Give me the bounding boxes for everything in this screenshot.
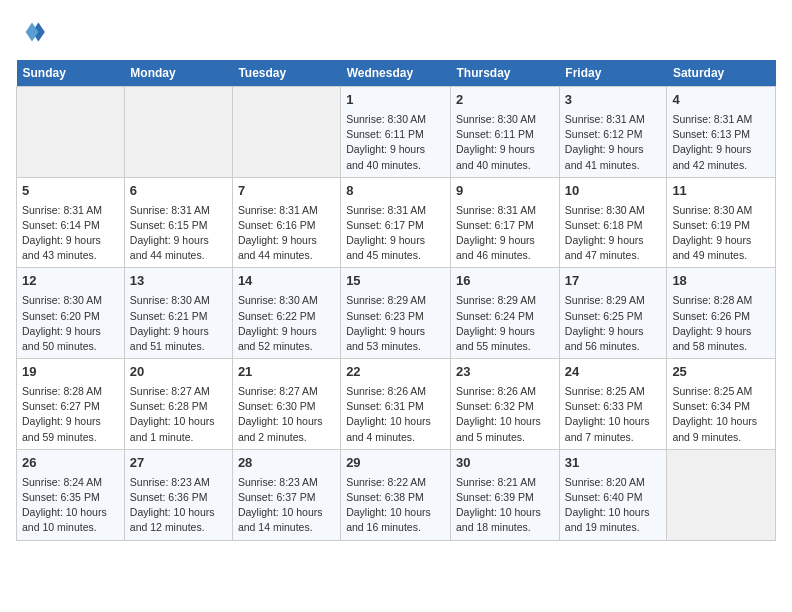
day-number: 3: [565, 91, 662, 110]
day-cell-29: 29Sunrise: 8:22 AM Sunset: 6:38 PM Dayli…: [341, 449, 451, 540]
day-content: Sunrise: 8:30 AM Sunset: 6:11 PM Dayligh…: [346, 112, 445, 173]
day-number: 1: [346, 91, 445, 110]
day-number: 14: [238, 272, 335, 291]
day-content: Sunrise: 8:31 AM Sunset: 6:13 PM Dayligh…: [672, 112, 770, 173]
day-cell-30: 30Sunrise: 8:21 AM Sunset: 6:39 PM Dayli…: [451, 449, 560, 540]
day-cell-3: 3Sunrise: 8:31 AM Sunset: 6:12 PM Daylig…: [559, 87, 667, 178]
day-cell-19: 19Sunrise: 8:28 AM Sunset: 6:27 PM Dayli…: [17, 359, 125, 450]
empty-cell: [17, 87, 125, 178]
page-header: [16, 16, 776, 48]
day-content: Sunrise: 8:28 AM Sunset: 6:27 PM Dayligh…: [22, 384, 119, 445]
calendar-table: SundayMondayTuesdayWednesdayThursdayFrid…: [16, 60, 776, 541]
day-number: 20: [130, 363, 227, 382]
day-cell-2: 2Sunrise: 8:30 AM Sunset: 6:11 PM Daylig…: [451, 87, 560, 178]
day-number: 29: [346, 454, 445, 473]
day-number: 21: [238, 363, 335, 382]
day-number: 18: [672, 272, 770, 291]
day-cell-5: 5Sunrise: 8:31 AM Sunset: 6:14 PM Daylig…: [17, 177, 125, 268]
day-cell-27: 27Sunrise: 8:23 AM Sunset: 6:36 PM Dayli…: [124, 449, 232, 540]
day-cell-10: 10Sunrise: 8:30 AM Sunset: 6:18 PM Dayli…: [559, 177, 667, 268]
day-content: Sunrise: 8:27 AM Sunset: 6:30 PM Dayligh…: [238, 384, 335, 445]
day-content: Sunrise: 8:25 AM Sunset: 6:33 PM Dayligh…: [565, 384, 662, 445]
week-row-5: 26Sunrise: 8:24 AM Sunset: 6:35 PM Dayli…: [17, 449, 776, 540]
col-header-tuesday: Tuesday: [232, 60, 340, 87]
day-content: Sunrise: 8:30 AM Sunset: 6:21 PM Dayligh…: [130, 293, 227, 354]
day-cell-9: 9Sunrise: 8:31 AM Sunset: 6:17 PM Daylig…: [451, 177, 560, 268]
day-cell-1: 1Sunrise: 8:30 AM Sunset: 6:11 PM Daylig…: [341, 87, 451, 178]
day-number: 17: [565, 272, 662, 291]
week-row-1: 1Sunrise: 8:30 AM Sunset: 6:11 PM Daylig…: [17, 87, 776, 178]
day-number: 25: [672, 363, 770, 382]
day-content: Sunrise: 8:25 AM Sunset: 6:34 PM Dayligh…: [672, 384, 770, 445]
day-number: 9: [456, 182, 554, 201]
week-row-3: 12Sunrise: 8:30 AM Sunset: 6:20 PM Dayli…: [17, 268, 776, 359]
col-header-friday: Friday: [559, 60, 667, 87]
day-content: Sunrise: 8:30 AM Sunset: 6:22 PM Dayligh…: [238, 293, 335, 354]
empty-cell: [232, 87, 340, 178]
day-cell-11: 11Sunrise: 8:30 AM Sunset: 6:19 PM Dayli…: [667, 177, 776, 268]
day-number: 15: [346, 272, 445, 291]
day-content: Sunrise: 8:31 AM Sunset: 6:14 PM Dayligh…: [22, 203, 119, 264]
day-content: Sunrise: 8:30 AM Sunset: 6:19 PM Dayligh…: [672, 203, 770, 264]
day-cell-12: 12Sunrise: 8:30 AM Sunset: 6:20 PM Dayli…: [17, 268, 125, 359]
week-row-2: 5Sunrise: 8:31 AM Sunset: 6:14 PM Daylig…: [17, 177, 776, 268]
day-content: Sunrise: 8:31 AM Sunset: 6:17 PM Dayligh…: [346, 203, 445, 264]
day-number: 31: [565, 454, 662, 473]
day-content: Sunrise: 8:31 AM Sunset: 6:15 PM Dayligh…: [130, 203, 227, 264]
day-content: Sunrise: 8:30 AM Sunset: 6:18 PM Dayligh…: [565, 203, 662, 264]
day-cell-7: 7Sunrise: 8:31 AM Sunset: 6:16 PM Daylig…: [232, 177, 340, 268]
day-number: 12: [22, 272, 119, 291]
day-number: 7: [238, 182, 335, 201]
day-cell-6: 6Sunrise: 8:31 AM Sunset: 6:15 PM Daylig…: [124, 177, 232, 268]
logo-icon: [16, 16, 48, 48]
day-content: Sunrise: 8:21 AM Sunset: 6:39 PM Dayligh…: [456, 475, 554, 536]
day-cell-14: 14Sunrise: 8:30 AM Sunset: 6:22 PM Dayli…: [232, 268, 340, 359]
empty-cell: [124, 87, 232, 178]
day-cell-4: 4Sunrise: 8:31 AM Sunset: 6:13 PM Daylig…: [667, 87, 776, 178]
day-content: Sunrise: 8:29 AM Sunset: 6:23 PM Dayligh…: [346, 293, 445, 354]
day-cell-26: 26Sunrise: 8:24 AM Sunset: 6:35 PM Dayli…: [17, 449, 125, 540]
day-number: 28: [238, 454, 335, 473]
day-cell-18: 18Sunrise: 8:28 AM Sunset: 6:26 PM Dayli…: [667, 268, 776, 359]
day-number: 5: [22, 182, 119, 201]
day-content: Sunrise: 8:30 AM Sunset: 6:20 PM Dayligh…: [22, 293, 119, 354]
day-content: Sunrise: 8:26 AM Sunset: 6:31 PM Dayligh…: [346, 384, 445, 445]
header-row: SundayMondayTuesdayWednesdayThursdayFrid…: [17, 60, 776, 87]
day-number: 16: [456, 272, 554, 291]
day-number: 13: [130, 272, 227, 291]
day-number: 2: [456, 91, 554, 110]
day-content: Sunrise: 8:29 AM Sunset: 6:25 PM Dayligh…: [565, 293, 662, 354]
day-content: Sunrise: 8:30 AM Sunset: 6:11 PM Dayligh…: [456, 112, 554, 173]
logo: [16, 16, 52, 48]
day-content: Sunrise: 8:29 AM Sunset: 6:24 PM Dayligh…: [456, 293, 554, 354]
day-number: 24: [565, 363, 662, 382]
day-cell-25: 25Sunrise: 8:25 AM Sunset: 6:34 PM Dayli…: [667, 359, 776, 450]
day-cell-13: 13Sunrise: 8:30 AM Sunset: 6:21 PM Dayli…: [124, 268, 232, 359]
day-content: Sunrise: 8:22 AM Sunset: 6:38 PM Dayligh…: [346, 475, 445, 536]
day-cell-20: 20Sunrise: 8:27 AM Sunset: 6:28 PM Dayli…: [124, 359, 232, 450]
week-row-4: 19Sunrise: 8:28 AM Sunset: 6:27 PM Dayli…: [17, 359, 776, 450]
col-header-wednesday: Wednesday: [341, 60, 451, 87]
col-header-thursday: Thursday: [451, 60, 560, 87]
day-cell-22: 22Sunrise: 8:26 AM Sunset: 6:31 PM Dayli…: [341, 359, 451, 450]
day-number: 19: [22, 363, 119, 382]
day-content: Sunrise: 8:31 AM Sunset: 6:16 PM Dayligh…: [238, 203, 335, 264]
day-number: 27: [130, 454, 227, 473]
day-content: Sunrise: 8:26 AM Sunset: 6:32 PM Dayligh…: [456, 384, 554, 445]
day-content: Sunrise: 8:23 AM Sunset: 6:37 PM Dayligh…: [238, 475, 335, 536]
day-content: Sunrise: 8:23 AM Sunset: 6:36 PM Dayligh…: [130, 475, 227, 536]
col-header-saturday: Saturday: [667, 60, 776, 87]
day-number: 11: [672, 182, 770, 201]
day-content: Sunrise: 8:31 AM Sunset: 6:12 PM Dayligh…: [565, 112, 662, 173]
day-number: 6: [130, 182, 227, 201]
col-header-sunday: Sunday: [17, 60, 125, 87]
day-content: Sunrise: 8:28 AM Sunset: 6:26 PM Dayligh…: [672, 293, 770, 354]
col-header-monday: Monday: [124, 60, 232, 87]
day-cell-23: 23Sunrise: 8:26 AM Sunset: 6:32 PM Dayli…: [451, 359, 560, 450]
day-number: 8: [346, 182, 445, 201]
day-cell-8: 8Sunrise: 8:31 AM Sunset: 6:17 PM Daylig…: [341, 177, 451, 268]
day-content: Sunrise: 8:24 AM Sunset: 6:35 PM Dayligh…: [22, 475, 119, 536]
day-cell-28: 28Sunrise: 8:23 AM Sunset: 6:37 PM Dayli…: [232, 449, 340, 540]
day-cell-15: 15Sunrise: 8:29 AM Sunset: 6:23 PM Dayli…: [341, 268, 451, 359]
day-content: Sunrise: 8:27 AM Sunset: 6:28 PM Dayligh…: [130, 384, 227, 445]
